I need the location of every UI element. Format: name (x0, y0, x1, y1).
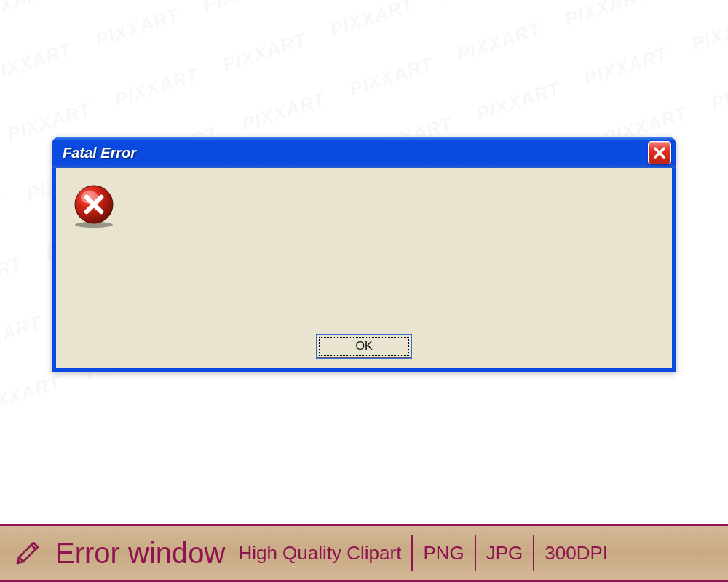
banner-subtitle: High Quality Clipart (238, 542, 401, 565)
ok-button[interactable]: OK (317, 335, 411, 358)
error-dialog: Fatal Error OK (52, 137, 676, 372)
product-banner: Error window High Quality Clipart PNG JP… (0, 524, 728, 582)
close-button[interactable] (648, 141, 671, 164)
banner-dpi: 300DPI (545, 542, 608, 565)
divider (475, 535, 476, 571)
titlebar[interactable]: Fatal Error (52, 137, 676, 168)
pencil-icon (10, 535, 45, 570)
banner-title: Error window (55, 537, 238, 570)
dialog-body: OK (52, 168, 676, 372)
dialog-title: Fatal Error (63, 145, 136, 162)
close-x-icon (653, 146, 666, 159)
divider (411, 535, 413, 571)
banner-format-png: PNG (423, 542, 464, 565)
error-icon (72, 184, 116, 228)
banner-format-jpg: JPG (486, 542, 523, 565)
divider (533, 535, 534, 571)
